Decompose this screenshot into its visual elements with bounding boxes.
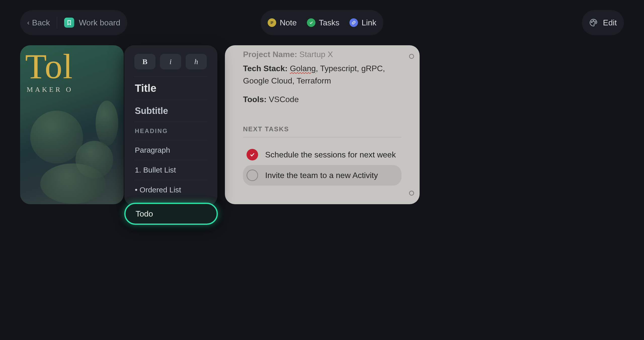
image-decor [30,111,83,163]
note-line-tools: Tools: VSCode [243,93,401,106]
tech-value-spelled: Golang [290,64,316,73]
resize-handle-icon[interactable] [409,54,414,59]
header-right-group: Edit [582,10,624,35]
segment-note-label: Note [280,18,297,27]
segment-tasks-label: Tasks [319,18,340,27]
svg-point-4 [593,20,594,21]
segment-link-label: Link [361,18,376,27]
note-line-tech: Tech Stack: Golang, Typescript, gRPC, Go… [243,62,401,87]
format-option-ordered-list[interactable]: • Ordered List [134,180,207,200]
note-card[interactable]: Project Name: Startup X Tech Stack: Gola… [225,45,420,204]
note-icon [268,18,276,27]
segment-note[interactable]: Note [268,18,297,27]
format-option-paragraph[interactable]: Paragraph [134,140,207,160]
italic-button[interactable]: i [160,54,181,69]
image-title-fragment: Tol [25,49,73,84]
task-text: Invite the team to a new Activity [265,171,378,180]
header-left-group: ‹ Back Work board [20,10,127,35]
format-option-bullet-list[interactable]: 1. Bullet List [134,160,207,180]
svg-point-3 [591,22,592,23]
back-button[interactable]: ‹ Back [27,18,50,27]
image-card[interactable]: Tol MAKER O [20,45,124,204]
tech-label: Tech Stack: [243,64,288,73]
checkbox-checked-icon[interactable] [247,149,258,160]
format-button-row: B i h [134,54,207,69]
task-row[interactable]: Schedule the sessions for next week [243,144,401,165]
board-icon [64,18,74,28]
format-option-title[interactable]: Title [134,76,207,100]
tools-label: Tools: [243,95,267,104]
format-option-todo-highlighted[interactable]: Todo [124,203,218,225]
image-decor [96,101,118,146]
project-label: Project Name: [243,50,297,59]
format-option-heading[interactable]: HEADING [134,122,207,140]
edit-button[interactable]: Edit [603,18,617,27]
image-subtitle-fragment: MAKER O [27,86,73,94]
segment-tasks[interactable]: Tasks [307,18,340,27]
svg-point-5 [595,22,596,23]
chevron-left-icon: ‹ [27,19,29,27]
back-label: Back [32,18,50,27]
link-icon [349,18,358,27]
task-text: Schedule the sessions for next week [265,150,396,159]
format-option-subtitle[interactable]: Subtitle [134,100,207,122]
section-divider [243,137,401,137]
task-row-selected[interactable]: Invite the team to a new Activity [243,165,401,186]
image-decor [40,163,106,204]
segment-link[interactable]: Link [349,18,376,27]
app-header: ‹ Back Work board Note [20,10,624,35]
format-popup: B i h Title Subtitle HEADING Paragraph 1… [124,45,217,206]
header-center-group: Note Tasks Link [261,10,383,35]
board-label: Work board [79,18,120,27]
checkbox-empty-icon[interactable] [247,169,258,181]
next-tasks-heading: NEXT TASKS [243,125,401,133]
tasks-icon [307,18,315,27]
note-line-project: Project Name: Startup X [243,48,401,61]
divider [57,17,57,29]
palette-icon[interactable] [589,18,598,27]
tools-value: VSCode [269,95,299,104]
bold-button[interactable]: B [134,54,155,69]
project-value: Startup X [299,50,333,59]
resize-handle-icon[interactable] [409,191,414,196]
board-selector[interactable]: Work board [64,18,120,28]
heading-button[interactable]: h [186,54,207,69]
